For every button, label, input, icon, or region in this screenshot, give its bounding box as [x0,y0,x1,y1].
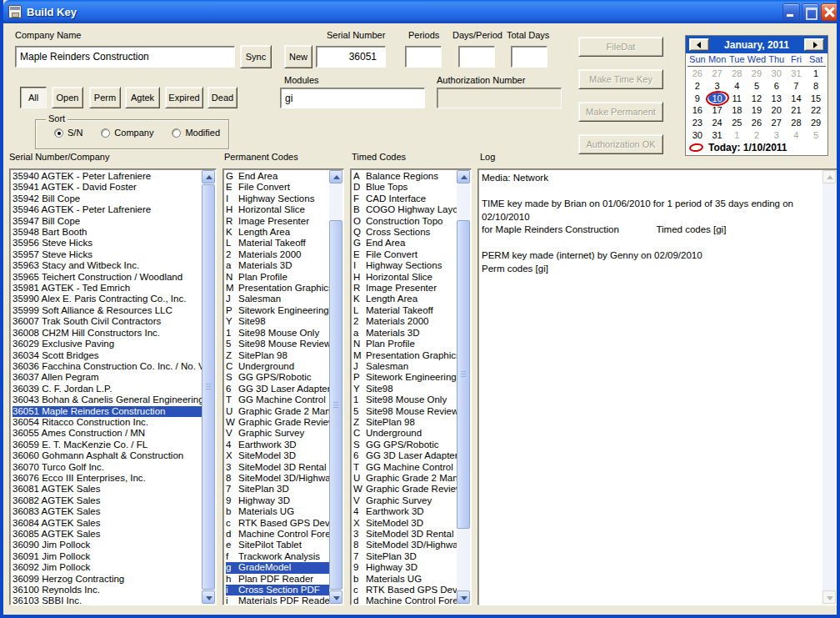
calendar-day[interactable]: 17 [708,104,728,117]
scroll-up-icon[interactable] [202,170,215,183]
calendar-day[interactable]: 29 [747,68,767,80]
list-item[interactable]: 3SiteModel 3D Rental [226,462,329,473]
list-item[interactable]: jMaterials PDF Reader [226,595,329,604]
calendar-day[interactable]: 26 [688,68,708,80]
calendar-day[interactable]: 8 [806,80,826,93]
list-item[interactable]: NPlan Profile [226,272,329,283]
list-item[interactable]: RImage Presenter [353,283,457,294]
title-bar[interactable]: Build Key [3,0,840,23]
calendar-day[interactable]: 27 [767,117,787,129]
list-item[interactable]: 36007 Trak South Civil Contractors [12,316,202,327]
calendar-day[interactable]: 10 [708,93,728,105]
scrollbar-thumb[interactable] [329,220,342,590]
list-item[interactable]: KLength Area [353,294,457,304]
calendar-day[interactable]: 4 [727,80,747,93]
list-item[interactable]: 36103 SBBI Inc. [12,595,202,604]
list-item[interactable]: RImage Presenter [226,216,329,227]
list-item[interactable]: SGG GPS/Robotic [353,440,457,450]
calendar-day[interactable]: 30 [688,129,708,142]
calendar-day[interactable]: 31 [787,68,807,80]
make-permanent-button[interactable]: Make Permanent [578,102,663,122]
list-item[interactable]: 36054 Ritacco Construction Inc. [12,417,202,428]
app-icon[interactable] [8,5,22,18]
filter-all-button[interactable]: All [20,87,47,108]
list-item[interactable]: HHorizontal Slice [353,272,457,283]
list-item[interactable]: 8SiteModel 3D/Highway [226,473,329,484]
list-item[interactable]: 36059 E. T. MacKenzie Co. / FL [12,440,202,450]
list-item[interactable]: 35963 Stacy and Witbeck Inc. [12,260,202,271]
list-item[interactable]: PSitework Engineering [226,305,329,316]
filter-expired-button[interactable]: Expired [165,87,203,108]
calendar-day[interactable]: 16 [688,104,708,117]
list-item[interactable]: 36090 Jim Pollock [12,540,202,550]
calendar-day[interactable]: 19 [747,104,767,117]
new-button[interactable]: New [284,45,312,68]
list-item[interactable]: 36070 Turco Golf Inc. [12,462,202,473]
calendar-day[interactable]: 4 [787,129,807,142]
list-item[interactable]: 35965 Teichert Construction / Woodland [12,272,202,283]
calendar-day[interactable]: 1 [727,129,747,142]
calendar-day[interactable]: 28 [727,68,747,80]
list-item[interactable]: LMaterial Takeoff [353,305,457,316]
calendar-prev-icon[interactable] [689,38,709,51]
list-item[interactable]: XSiteModel 3D [353,518,457,529]
scroll-down-icon[interactable] [822,590,836,604]
list-item[interactable]: QCross Sections [353,227,457,238]
list-item[interactable]: GEnd Area [226,171,329,182]
list-item[interactable]: OConstruction Topo [353,216,457,227]
list-item[interactable]: 36060 Gohmann Asphalt & Construction [12,450,202,461]
list-item[interactable]: 35941 AGTEK - David Foster [12,182,202,193]
list-item[interactable]: BCOGO Highway Layout [353,204,457,215]
list-item[interactable]: 35999 Soft Alliance & Resources LLC [12,305,202,316]
list-item[interactable]: bMaterials UG [353,574,457,585]
list-item[interactable]: 8SiteModel 3D/Highway [353,540,457,550]
list-item[interactable]: DBlue Tops [353,182,457,193]
list-item[interactable]: 7SitePlan 3D [226,484,329,495]
calendar-day[interactable]: 30 [767,68,787,80]
periods-input[interactable] [405,46,442,68]
list-item[interactable]: 35942 Bill Cope [12,193,202,204]
list-item[interactable]: dMachine Control Forema [226,529,329,540]
list-item[interactable]: FCAD Interface [353,193,457,204]
list-item[interactable]: aMaterials 3D [226,260,329,271]
scrollbar-thumb[interactable] [202,184,215,590]
list-item[interactable]: YSite98 [353,384,457,394]
scroll-up-icon[interactable] [329,170,342,183]
list-item[interactable]: 9Highway 3D [353,562,457,573]
list-item[interactable]: 35957 Steve Hicks [12,249,202,260]
calendar-day[interactable]: 20 [767,104,787,117]
list-item[interactable]: MPresentation Graphics [353,350,457,361]
log-scrollbar[interactable] [822,170,836,604]
filter-open-button[interactable]: Open [52,87,83,108]
calendar-day[interactable]: 26 [747,117,767,129]
scroll-down-icon[interactable] [202,590,215,604]
filter-dead-button[interactable]: Dead [208,87,238,108]
list-item[interactable]: IHighway Sections [226,193,329,204]
list-item[interactable]: 1Site98 Mouse Only [353,394,457,405]
list-item[interactable]: dMachine Control Forema [353,595,457,604]
list-item[interactable]: 36034 Scott Bridges [12,350,202,361]
calendar-day[interactable]: 5 [747,80,767,93]
calendar-day[interactable]: 28 [787,117,807,129]
list-item[interactable]: PSitework Engineering [353,372,457,383]
calendar-day[interactable]: 7 [787,80,807,93]
sync-button[interactable]: Sync [240,45,272,68]
list-item[interactable]: 35940 AGTEK - Peter Lafreniere [12,171,202,182]
scroll-up-icon[interactable] [822,170,836,183]
calendar-day[interactable]: 21 [787,104,807,117]
list-item[interactable]: 4Earthwork 3D [226,440,329,450]
calendar-day[interactable]: 29 [806,117,826,129]
list-item[interactable]: 36043 Bohan & Canelis General Engineerin… [12,394,202,405]
list-item[interactable]: ZSitePlan 98 [353,417,457,428]
list-item[interactable]: EFile Convert [226,182,329,193]
calendar-day[interactable]: 3 [767,129,787,142]
list-item[interactable]: GEnd Area [353,238,457,249]
list-item[interactable]: 36099 Herzog Contracting [12,574,202,585]
list-item[interactable]: eSitePilot Tablet [226,540,329,550]
calendar-day[interactable]: 9 [688,93,708,105]
calendar-day[interactable]: 6 [767,80,787,93]
make-time-key-button[interactable]: Make Time Key [578,69,663,89]
list-item[interactable]: SGG GPS/Robotic [226,372,329,383]
calendar-day[interactable]: 1 [806,68,826,80]
calendar-day[interactable]: 24 [708,117,728,129]
